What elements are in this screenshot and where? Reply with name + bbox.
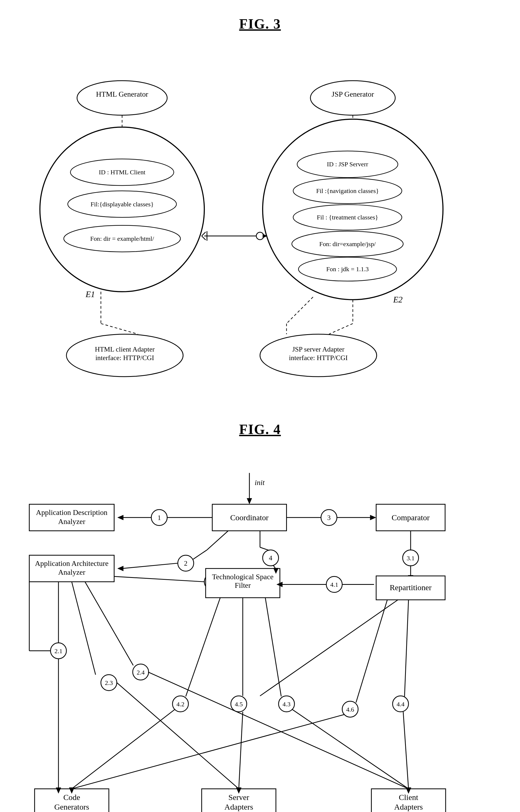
svg-line-149 — [405, 600, 409, 696]
svg-line-140 — [292, 709, 409, 789]
svg-text:E1: E1 — [85, 290, 95, 299]
svg-text:Client: Client — [399, 793, 418, 802]
svg-text:4.1: 4.1 — [330, 581, 338, 588]
svg-text:3: 3 — [327, 514, 331, 522]
svg-line-77 — [114, 576, 204, 582]
svg-text:Fil:{displayable classes}: Fil:{displayable classes} — [90, 201, 154, 208]
svg-line-39 — [329, 323, 353, 334]
svg-text:Fon: dir=example/jsp/: Fon: dir=example/jsp/ — [319, 241, 376, 247]
svg-text:4.5: 4.5 — [235, 701, 243, 708]
svg-text:Comparator: Comparator — [392, 513, 430, 522]
svg-line-139 — [265, 598, 281, 696]
svg-line-124 — [85, 582, 133, 665]
svg-text:HTML Generator: HTML Generator — [96, 90, 149, 98]
svg-text:4.4: 4.4 — [396, 701, 405, 708]
fig4-diagram: init Coordinator 1 Application Descripti… — [21, 453, 499, 812]
svg-line-35 — [101, 323, 138, 334]
svg-line-119 — [72, 582, 96, 675]
svg-text:4.2: 4.2 — [177, 701, 185, 708]
svg-point-31 — [256, 232, 264, 240]
svg-line-150 — [403, 712, 409, 789]
svg-text:HTML client Adapter: HTML client Adapter — [95, 345, 155, 353]
svg-text:Fon: dir = example/html/: Fon: dir = example/html/ — [90, 235, 154, 242]
svg-line-125 — [148, 672, 409, 789]
svg-text:Fil :{navigation classes}: Fil :{navigation classes} — [316, 188, 379, 194]
svg-text:JSP server Adapter: JSP server Adapter — [292, 345, 344, 353]
svg-text:ID : HTML Client: ID : HTML Client — [99, 169, 146, 176]
svg-text:2.3: 2.3 — [105, 679, 113, 686]
svg-text:Analyzer: Analyzer — [58, 568, 86, 576]
svg-line-27 — [202, 232, 206, 236]
svg-marker-71 — [117, 566, 124, 571]
svg-marker-47 — [247, 498, 252, 504]
svg-text:Filter: Filter — [235, 581, 251, 589]
svg-text:E2: E2 — [393, 295, 402, 304]
svg-text:Repartitioner: Repartitioner — [390, 583, 432, 592]
svg-text:init: init — [255, 478, 265, 487]
svg-text:Generators: Generators — [54, 803, 89, 811]
svg-line-152 — [260, 600, 398, 696]
svg-text:3.1: 3.1 — [407, 555, 415, 562]
svg-text:Coordinator: Coordinator — [230, 513, 268, 522]
svg-text:2.1: 2.1 — [54, 647, 62, 655]
svg-text:Application Architecture: Application Architecture — [35, 559, 108, 567]
svg-text:Code: Code — [63, 793, 80, 802]
svg-marker-55 — [117, 515, 124, 520]
svg-text:Application Description: Application Description — [36, 508, 107, 517]
page: FIG. 3 HTML Generator JSP Generator E1 E… — [0, 0, 520, 812]
svg-text:4.3: 4.3 — [283, 701, 291, 708]
svg-text:2: 2 — [184, 560, 187, 567]
svg-line-145 — [72, 715, 344, 789]
svg-text:Fil : {treatment classes}: Fil : {treatment classes} — [317, 214, 378, 221]
svg-line-70 — [122, 563, 178, 569]
svg-text:Fon : jdk = 1.1.3: Fon : jdk = 1.1.3 — [327, 266, 369, 273]
svg-line-28 — [202, 236, 206, 240]
svg-text:Server: Server — [229, 793, 249, 802]
svg-text:Adapters: Adapters — [394, 803, 423, 811]
fig3-title: FIG. 3 — [21, 16, 499, 32]
svg-line-130 — [72, 709, 175, 789]
svg-line-86 — [260, 547, 269, 550]
svg-text:Technological Space: Technological Space — [212, 572, 274, 581]
svg-line-68 — [207, 531, 228, 550]
fig4-title: FIG. 4 — [21, 421, 499, 437]
svg-text:interface: HTTP/CGI: interface: HTTP/CGI — [289, 354, 348, 362]
svg-text:1: 1 — [158, 514, 161, 522]
svg-text:interface: HTTP/CGI: interface: HTTP/CGI — [96, 354, 154, 362]
svg-text:2.4: 2.4 — [137, 669, 145, 676]
svg-line-129 — [186, 598, 220, 696]
svg-text:JSP Generator: JSP Generator — [332, 90, 374, 98]
svg-text:4.6: 4.6 — [346, 706, 354, 713]
svg-text:Adapters: Adapters — [225, 803, 253, 811]
svg-text:ID : JSP Serverr: ID : JSP Serverr — [327, 161, 368, 168]
svg-line-144 — [356, 600, 387, 703]
fig3-diagram: HTML Generator JSP Generator E1 E2 ID : … — [21, 48, 499, 421]
svg-text:Analyzer: Analyzer — [58, 517, 86, 525]
svg-text:4: 4 — [269, 554, 272, 562]
svg-line-69 — [193, 550, 207, 559]
svg-line-135 — [239, 712, 243, 789]
svg-line-36 — [286, 297, 313, 323]
svg-marker-63 — [370, 515, 376, 520]
